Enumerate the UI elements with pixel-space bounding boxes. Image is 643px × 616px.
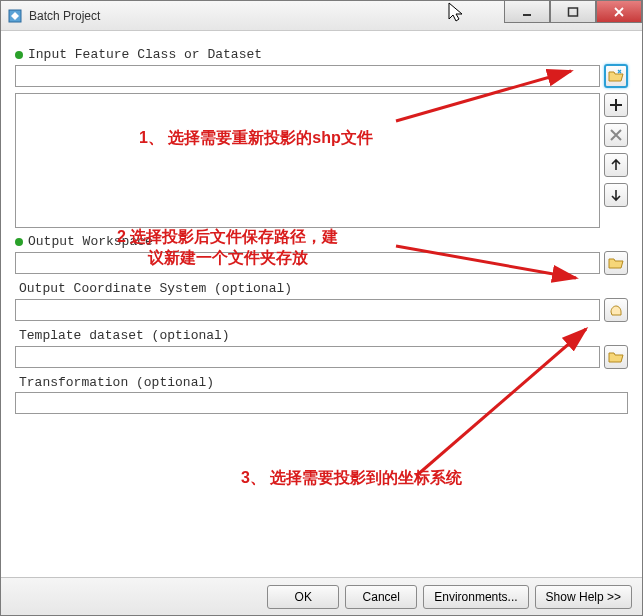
arrow-up-icon <box>608 157 624 173</box>
input-label-row: Input Feature Class or Dataset <box>15 47 628 62</box>
hand-pick-icon <box>608 302 624 318</box>
remove-item-button[interactable] <box>604 123 628 147</box>
dialog-content: Input Feature Class or Dataset <box>1 31 642 577</box>
transformation-label: Transformation (optional) <box>19 375 214 390</box>
input-label: Input Feature Class or Dataset <box>28 47 262 62</box>
template-label: Template dataset (optional) <box>19 328 230 343</box>
cross-icon <box>608 127 624 143</box>
arrow-down-icon <box>608 187 624 203</box>
folder-open-icon <box>608 255 624 271</box>
move-down-button[interactable] <box>604 183 628 207</box>
plus-icon <box>608 97 624 113</box>
environments-button[interactable]: Environments... <box>423 585 528 609</box>
folder-open-icon <box>608 68 624 84</box>
out-crs-field[interactable] <box>15 299 600 321</box>
out-crs-label-row: Output Coordinate System (optional) <box>19 281 628 296</box>
browse-output-ws-button[interactable] <box>604 251 628 275</box>
window-title: Batch Project <box>29 9 100 23</box>
input-list[interactable] <box>15 93 600 228</box>
out-crs-label: Output Coordinate System (optional) <box>19 281 292 296</box>
close-button[interactable] <box>596 1 642 23</box>
move-up-button[interactable] <box>604 153 628 177</box>
out-crs-picker-button[interactable] <box>604 298 628 322</box>
svg-rect-2 <box>569 8 578 16</box>
required-indicator <box>15 51 23 59</box>
template-field[interactable] <box>15 346 600 368</box>
folder-open-icon <box>608 349 624 365</box>
annotation-3: 3、 选择需要投影到的坐标系统 <box>241 467 462 489</box>
input-path-field[interactable] <box>15 65 600 87</box>
browse-input-button[interactable] <box>604 64 628 88</box>
minimize-button[interactable] <box>504 1 550 23</box>
cancel-button[interactable]: Cancel <box>345 585 417 609</box>
transformation-field[interactable] <box>15 392 628 414</box>
template-label-row: Template dataset (optional) <box>19 328 628 343</box>
titlebar: Batch Project <box>1 1 642 31</box>
maximize-button[interactable] <box>550 1 596 23</box>
output-ws-label: Output Workspace <box>28 234 153 249</box>
transformation-label-row: Transformation (optional) <box>19 375 628 390</box>
app-icon <box>7 8 23 24</box>
ok-button[interactable]: OK <box>267 585 339 609</box>
svg-rect-1 <box>523 14 531 16</box>
show-help-button[interactable]: Show Help >> <box>535 585 632 609</box>
output-ws-field[interactable] <box>15 252 600 274</box>
output-ws-label-row: Output Workspace <box>15 234 628 249</box>
required-indicator <box>15 238 23 246</box>
add-item-button[interactable] <box>604 93 628 117</box>
button-bar: OK Cancel Environments... Show Help >> <box>1 577 642 615</box>
browse-template-button[interactable] <box>604 345 628 369</box>
